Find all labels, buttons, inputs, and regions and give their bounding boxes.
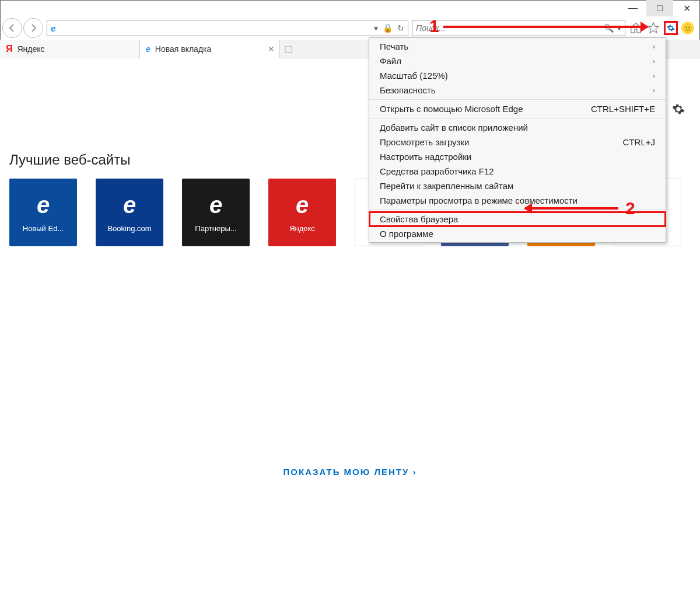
ie-icon: e <box>146 44 150 54</box>
search-dropdown-icon[interactable]: ▾ <box>617 23 621 33</box>
annotation-2: 2 <box>625 198 635 218</box>
maximize-button[interactable]: □ <box>646 0 673 16</box>
search-icon[interactable]: 🔍 <box>604 23 614 33</box>
menu-item[interactable]: Печать› <box>369 39 666 54</box>
annotation-arrow-2 <box>525 207 618 210</box>
show-feed-link[interactable]: ПОКАЗАТЬ МОЮ ЛЕНТУ › <box>0 467 700 477</box>
site-tile[interactable]: eBooking.com <box>96 179 163 246</box>
ie-icon: e <box>37 192 50 218</box>
page-settings-gear-icon[interactable] <box>672 103 685 118</box>
search-bar[interactable]: Поиск... 🔍 ▾ <box>412 20 625 36</box>
menu-item[interactable]: Просмотреть загрузкиCTRL+J <box>369 135 666 149</box>
forward-button[interactable] <box>23 18 43 38</box>
dropdown-icon[interactable]: ▾ <box>374 23 378 33</box>
tile-label: Партнеры... <box>192 224 239 233</box>
chevron-right-icon: › <box>653 86 655 95</box>
tile-label: Booking.com <box>105 224 153 233</box>
window-controls: — □ ✕ <box>620 0 700 16</box>
lock-icon: 🔒 <box>383 23 393 33</box>
chevron-right-icon: › <box>653 71 655 80</box>
ie-icon: e <box>51 23 55 33</box>
tab-label: Новая вкладка <box>155 44 212 54</box>
minimize-button[interactable]: — <box>620 0 646 16</box>
menu-open-edge[interactable]: Открыть с помощью Microsoft Edge CTRL+SH… <box>369 102 666 116</box>
menu-item[interactable]: Параметры просмотра в режиме совместимос… <box>369 193 666 208</box>
refresh-icon[interactable]: ↻ <box>397 23 404 33</box>
new-tab-button[interactable]: ▢ <box>280 40 296 58</box>
chevron-right-icon: › <box>653 57 655 65</box>
tab-new[interactable]: e Новая вкладка ✕ <box>140 40 280 58</box>
tools-gear-icon[interactable] <box>664 21 678 35</box>
menu-item[interactable]: Безопасность› <box>369 83 666 97</box>
menu-item[interactable]: Настроить надстройки <box>369 149 666 164</box>
ie-icon: e <box>296 192 309 218</box>
tab-label: Яндекс <box>18 44 45 54</box>
address-bar[interactable]: e ▾ 🔒 ↻ <box>47 20 408 36</box>
tile-label: Новый Ed... <box>20 224 66 233</box>
site-tile[interactable]: eЯндекс <box>268 179 336 246</box>
menu-item[interactable]: Перейти к закрепленным сайтам <box>369 179 666 193</box>
menu-item[interactable]: Файл› <box>369 54 666 68</box>
menu-internet-options[interactable]: Свойства браузера <box>369 212 666 226</box>
site-tile[interactable]: eНовый Ed... <box>9 179 77 246</box>
section-title: Лучшие веб-сайты <box>9 152 131 168</box>
close-tab-icon[interactable]: ✕ <box>268 44 275 54</box>
tab-yandex[interactable]: Я Яндекс <box>0 40 140 58</box>
annotation-arrow-1 <box>443 26 648 28</box>
tile-label: Яндекс <box>287 224 317 233</box>
annotation-1: 1 <box>429 16 439 36</box>
menu-item[interactable]: Добавить сайт в список приложений <box>369 120 666 135</box>
ie-icon: e <box>123 192 136 218</box>
address-bar-icons: ▾ 🔒 ↻ <box>374 23 404 33</box>
yandex-icon: Я <box>6 44 13 54</box>
feedback-smiley-icon[interactable]: 🙂 <box>681 22 694 34</box>
menu-about[interactable]: О программе <box>369 226 666 241</box>
close-button[interactable]: ✕ <box>673 0 700 16</box>
navigation-bar: e ▾ 🔒 ↻ Поиск... 🔍 ▾ 🙂 <box>0 16 700 40</box>
chevron-right-icon: › <box>653 42 655 51</box>
ie-icon: e <box>209 192 222 218</box>
menu-item[interactable]: Средства разработчика F12 <box>369 164 666 179</box>
tools-menu: Печать›Файл›Масштаб (125%)›Безопасность›… <box>369 37 666 243</box>
site-tile[interactable]: eПартнеры... <box>182 179 250 246</box>
back-button[interactable] <box>2 18 22 38</box>
menu-item[interactable]: Масштаб (125%)› <box>369 68 666 83</box>
